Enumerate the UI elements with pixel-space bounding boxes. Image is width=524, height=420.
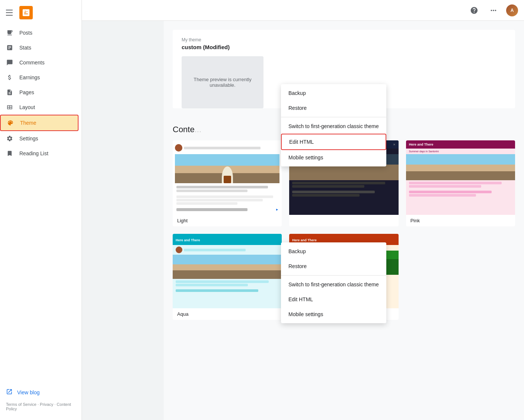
external-link-icon: [6, 388, 13, 396]
theme-card-label-light: Light: [173, 215, 282, 226]
dropdown-restore-item[interactable]: Restore: [281, 101, 386, 115]
dropdown-switch-item-2[interactable]: Switch to first-generation classic theme: [281, 277, 386, 292]
apps-button[interactable]: [487, 4, 500, 17]
footer-links: Terms of Service · Privacy · Content Pol…: [6, 399, 76, 414]
main-content: My theme custom (Modified) Theme preview…: [164, 21, 524, 420]
preview-unavailable-text: Theme preview is currently unavailable.: [186, 77, 259, 88]
dropdown-edit-html-item[interactable]: Edit HTML: [281, 134, 386, 150]
dropdown-mobile-item[interactable]: Mobile settings: [281, 150, 386, 165]
dropdown-divider-1: [281, 117, 386, 117]
theme-preview-box: Theme preview is currently unavailable.: [182, 56, 263, 108]
sidebar-item-pages-label: Pages: [19, 89, 34, 95]
dropdown-menu-top: Backup Restore Switch to first-generatio…: [281, 84, 386, 166]
sidebar-item-theme[interactable]: Theme: [0, 115, 79, 131]
sidebar-item-posts-label: Posts: [19, 30, 32, 36]
sidebar-item-posts[interactable]: Posts: [0, 25, 79, 40]
view-blog-link[interactable]: View blog: [6, 385, 76, 399]
sidebar-item-theme-label: Theme: [20, 120, 36, 126]
topbar: A: [82, 0, 524, 21]
dropdown-switch-item[interactable]: Switch to first-generation classic theme: [281, 119, 386, 134]
sidebar-item-stats-label: Stats: [19, 45, 31, 51]
settings-icon: [6, 135, 13, 142]
theme-card-aqua[interactable]: Here and There Aqua: [173, 234, 282, 320]
my-theme-label: My theme: [182, 37, 506, 42]
dropdown-edit-html-item-2[interactable]: Edit HTML: [281, 292, 386, 307]
menu-icon[interactable]: [6, 8, 15, 17]
stats-icon: [6, 44, 13, 51]
theme-card-label-aqua: Aqua: [173, 308, 282, 320]
pages-icon: [6, 89, 13, 96]
theme-card-preview-pink: Here and There Summer days in Santorini: [406, 140, 515, 215]
theme-card-preview-aqua: Here and There: [173, 234, 282, 308]
privacy-link[interactable]: Privacy: [40, 402, 53, 407]
layout-icon: [6, 104, 13, 111]
sidebar-item-settings-label: Settings: [19, 136, 38, 141]
tos-link[interactable]: Terms of Service: [6, 402, 36, 407]
help-button[interactable]: [467, 4, 481, 17]
sidebar-item-comments-label: Comments: [19, 60, 45, 66]
theme-card-light[interactable]: ▶ Light: [173, 140, 282, 226]
sidebar-item-reading-list[interactable]: Reading List: [0, 146, 79, 161]
sidebar-footer: View blog Terms of Service · Privacy · C…: [0, 382, 82, 420]
sidebar-item-settings[interactable]: Settings: [0, 131, 79, 146]
content-header: Conte...: [173, 125, 201, 134]
avatar[interactable]: A: [506, 4, 518, 16]
dropdown-backup-item-2[interactable]: Backup: [281, 244, 386, 259]
theme-card-pink[interactable]: Here and There Summer days in Santorini …: [406, 140, 515, 226]
sidebar-item-comments[interactable]: Comments: [0, 55, 79, 70]
theme-card-label-pink: Pink: [406, 215, 515, 226]
dropdown-divider-2: [281, 275, 386, 276]
sidebar-item-pages[interactable]: Pages: [0, 85, 79, 100]
earnings-icon: [6, 74, 13, 81]
sidebar-item-earnings-label: Earnings: [19, 74, 40, 80]
theme-card-preview-light: ▶: [173, 140, 282, 215]
sidebar: Posts Stats Comments Earnings Pages: [0, 0, 82, 420]
theme-icon: [7, 119, 14, 127]
my-theme-name: custom (Modified): [182, 44, 506, 50]
sidebar-nav: Posts Stats Comments Earnings Pages: [0, 25, 82, 382]
posts-icon: [6, 29, 13, 36]
dropdown-restore-item-2[interactable]: Restore: [281, 259, 386, 274]
sidebar-item-layout[interactable]: Layout: [0, 100, 79, 115]
blogger-logo[interactable]: [19, 6, 33, 19]
dropdown-mobile-item-2[interactable]: Mobile settings: [281, 307, 386, 322]
comments-icon: [6, 59, 13, 66]
sidebar-item-earnings[interactable]: Earnings: [0, 70, 79, 85]
sidebar-item-reading-list-label: Reading List: [19, 150, 48, 156]
view-blog-label: View blog: [17, 389, 39, 395]
sidebar-item-stats[interactable]: Stats: [0, 40, 79, 55]
sidebar-item-layout-label: Layout: [19, 104, 35, 110]
reading-list-icon: [6, 150, 13, 157]
dropdown-menu-bottom: Backup Restore Switch to first-generatio…: [281, 242, 386, 323]
dropdown-backup-item[interactable]: Backup: [281, 86, 386, 101]
